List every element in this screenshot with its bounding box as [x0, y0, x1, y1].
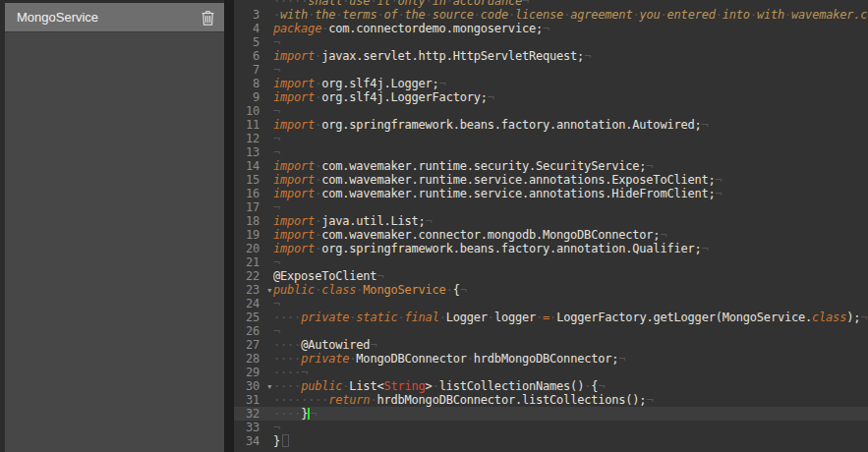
- code-line[interactable]: 28····private·MongoDBConnector·hrdbMongo…: [234, 352, 868, 366]
- line-number[interactable]: 33: [234, 421, 273, 434]
- code-text[interactable]: ····private·static·final·Logger·logger·=…: [273, 311, 868, 324]
- line-number[interactable]: 22: [234, 269, 273, 283]
- code-text[interactable]: }: [273, 434, 868, 448]
- code-text[interactable]: import·com.wavemaker.runtime.security.Se…: [273, 159, 868, 173]
- code-line[interactable]: 30▾····public·List<String>·listCollectio…: [234, 379, 868, 393]
- code-line[interactable]: 27····@Autowired¬: [234, 338, 868, 352]
- line-number[interactable]: 9: [234, 90, 273, 104]
- code-text[interactable]: ¬: [273, 63, 868, 77]
- line-number[interactable]: 5: [234, 35, 273, 49]
- line-number[interactable]: 3: [234, 8, 273, 22]
- code-text[interactable]: ¬: [273, 421, 868, 434]
- code-line[interactable]: 32····}¬: [234, 407, 868, 421]
- code-text[interactable]: @ExposeToClient¬: [273, 269, 868, 283]
- line-number[interactable]: 10: [234, 104, 273, 118]
- code-text[interactable]: import·com.wavemaker.connector.mongodb.M…: [273, 228, 868, 242]
- line-number[interactable]: 28: [234, 352, 273, 366]
- code-line[interactable]: 11import·org.springframework.beans.facto…: [234, 118, 868, 132]
- code-line[interactable]: 23▾public·class·MongoService·{¬: [234, 283, 868, 297]
- code-text[interactable]: import·com.wavemaker.runtime.service.ann…: [273, 187, 868, 200]
- line-number[interactable]: 27: [234, 338, 273, 352]
- line-number[interactable]: 24: [234, 297, 273, 311]
- line-number[interactable]: 25: [234, 311, 273, 324]
- code-text[interactable]: ·····shall·use·it·only·in·accordance¬: [273, 0, 868, 8]
- code-text[interactable]: ····private·MongoDBConnector·hrdbMongoDB…: [273, 352, 868, 366]
- code-line[interactable]: 26¬: [234, 324, 868, 338]
- code-text[interactable]: ¬: [273, 324, 868, 338]
- line-number[interactable]: 18: [234, 214, 273, 228]
- line-number[interactable]: 12: [234, 132, 273, 145]
- code-line[interactable]: 9import·org.slf4j.LoggerFactory;¬: [234, 90, 868, 104]
- code-line[interactable]: 6import·javax.servlet.http.HttpServletRe…: [234, 49, 868, 63]
- code-line[interactable]: 14import·com.wavemaker.runtime.security.…: [234, 159, 868, 173]
- trash-icon[interactable]: [199, 8, 216, 28]
- code-text[interactable]: import·com.wavemaker.runtime.service.ann…: [273, 173, 868, 187]
- code-line[interactable]: 13¬: [234, 145, 868, 159]
- line-number[interactable]: 23▾: [234, 283, 273, 297]
- line-number[interactable]: 8: [234, 77, 273, 90]
- code-line[interactable]: 33¬: [234, 421, 868, 434]
- line-number[interactable]: 30▾: [234, 379, 273, 393]
- sidebar-splitter[interactable]: [224, 0, 234, 452]
- code-line[interactable]: 3·with·the·terms·of·the·source·code·lice…: [234, 8, 868, 22]
- line-number[interactable]: 15: [234, 173, 273, 187]
- line-number[interactable]: 7: [234, 63, 273, 77]
- code-text[interactable]: ¬: [273, 200, 868, 214]
- line-number[interactable]: 16: [234, 187, 273, 200]
- line-number[interactable]: 11: [234, 118, 273, 132]
- code-line[interactable]: 34}: [234, 434, 868, 448]
- code-text[interactable]: import·org.springframework.beans.factory…: [273, 118, 868, 132]
- line-number[interactable]: 17: [234, 200, 273, 214]
- code-line[interactable]: ·····shall·use·it·only·in·accordance¬: [234, 0, 868, 8]
- sidebar-item-mongoservice[interactable]: MongoService: [5, 3, 224, 32]
- code-text[interactable]: ¬: [273, 104, 868, 118]
- line-number[interactable]: [234, 0, 273, 8]
- code-text[interactable]: ····¬: [273, 366, 868, 379]
- code-line[interactable]: 5¬: [234, 35, 868, 49]
- code-line[interactable]: 7¬: [234, 63, 868, 77]
- code-line[interactable]: 8import·org.slf4j.Logger;¬: [234, 77, 868, 90]
- code-line[interactable]: 18import·java.util.List;¬: [234, 214, 868, 228]
- code-text[interactable]: ····public·List<String>·listCollectionNa…: [273, 379, 868, 393]
- code-line[interactable]: 29····¬: [234, 366, 868, 379]
- code-line[interactable]: 19import·com.wavemaker.connector.mongodb…: [234, 228, 868, 242]
- line-number[interactable]: 32: [234, 407, 273, 421]
- code-text[interactable]: ¬: [273, 297, 868, 311]
- line-number[interactable]: 6: [234, 49, 273, 63]
- code-line[interactable]: 16import·com.wavemaker.runtime.service.a…: [234, 187, 868, 200]
- code-text[interactable]: ····}¬: [273, 407, 868, 421]
- code-line[interactable]: 20import·org.springframework.beans.facto…: [234, 242, 868, 255]
- fold-arrow-icon[interactable]: ▾: [267, 284, 271, 298]
- line-number[interactable]: 26: [234, 324, 273, 338]
- line-number[interactable]: 29: [234, 366, 273, 379]
- code-line[interactable]: 25····private·static·final·Logger·logger…: [234, 311, 868, 324]
- code-text[interactable]: ¬: [273, 132, 868, 145]
- code-text[interactable]: ¬: [273, 255, 868, 269]
- code-text[interactable]: import·org.springframework.beans.factory…: [273, 242, 868, 255]
- code-text[interactable]: public·class·MongoService·{¬: [273, 283, 868, 297]
- code-line[interactable]: 10¬: [234, 104, 868, 118]
- code-text[interactable]: import·java.util.List;¬: [273, 214, 868, 228]
- line-number[interactable]: 34: [234, 434, 273, 448]
- line-number[interactable]: 31: [234, 393, 273, 407]
- line-number[interactable]: 14: [234, 159, 273, 173]
- code-line[interactable]: 15import·com.wavemaker.runtime.service.a…: [234, 173, 868, 187]
- code-text[interactable]: import·javax.servlet.http.HttpServletReq…: [273, 49, 868, 63]
- line-number[interactable]: 20: [234, 242, 273, 255]
- code-text[interactable]: package·com.connectordemo.mongoservice;¬: [273, 22, 868, 35]
- code-text[interactable]: ····@Autowired¬: [273, 338, 868, 352]
- fold-arrow-icon[interactable]: ▾: [267, 380, 271, 394]
- code-text[interactable]: ¬: [273, 145, 868, 159]
- code-line[interactable]: 4package·com.connectordemo.mongoservice;…: [234, 22, 868, 35]
- code-text[interactable]: import·org.slf4j.Logger;¬: [273, 77, 868, 90]
- line-number[interactable]: 21: [234, 255, 273, 269]
- code-line[interactable]: 31········return·hrdbMongoDBConnector.li…: [234, 393, 868, 407]
- code-line[interactable]: 12¬: [234, 132, 868, 145]
- line-number[interactable]: 4: [234, 22, 273, 35]
- java-code-editor[interactable]: ·····shall·use·it·only·in·accordance¬3·w…: [234, 0, 868, 452]
- code-line[interactable]: 21¬: [234, 255, 868, 269]
- code-text[interactable]: ·with·the·terms·of·the·source·code·licen…: [273, 8, 868, 22]
- code-line[interactable]: 17¬: [234, 200, 868, 214]
- code-line[interactable]: 24¬: [234, 297, 868, 311]
- line-number[interactable]: 19: [234, 228, 273, 242]
